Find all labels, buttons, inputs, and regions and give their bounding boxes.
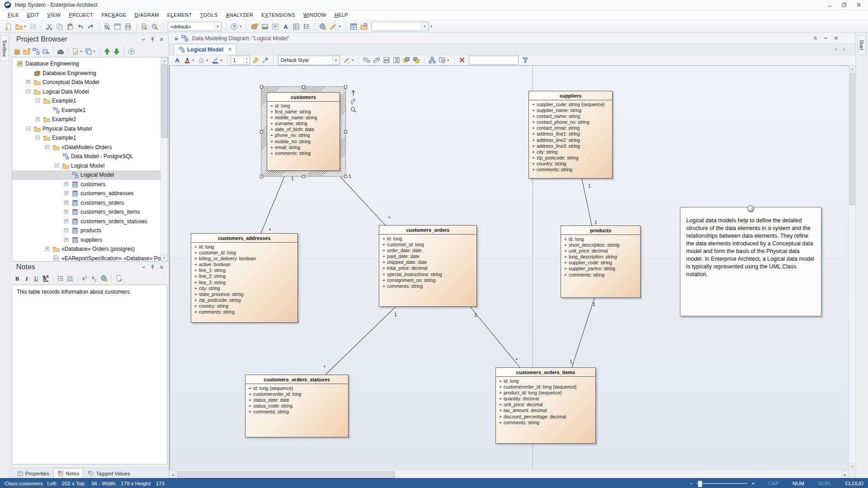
tree-item--datamodel-orders[interactable]: −«DataModel» Orders [12,143,161,152]
menu-package[interactable]: PACKAGE [97,11,130,19]
attribute-row[interactable]: +line_2: string [191,273,297,279]
sub-icon[interactable]: x2 [90,274,99,283]
menu-diagram[interactable]: DIAGRAM [131,11,163,19]
scroll-up-icon[interactable]: ▲ [161,57,168,64]
winpage-icon[interactable] [113,22,123,31]
attribute-row[interactable]: +mobile_no: string [267,139,340,145]
newpkg-icon[interactable] [22,47,31,56]
dropdown-arrow-icon[interactable]: ▼ [80,50,83,53]
attribute-row[interactable]: +long_description: string [561,254,640,260]
attribute-row[interactable]: +id: long [561,236,640,242]
attribute-row[interactable]: +id: long [496,378,595,384]
expand-icon[interactable]: + [64,219,68,223]
zoom-in-button[interactable]: + [751,481,755,486]
expand-icon[interactable]: + [64,201,68,205]
redx-icon[interactable] [458,56,467,65]
scrollbar-thumb[interactable] [177,471,395,478]
olist-icon[interactable]: 123 [66,274,75,283]
docmag-icon[interactable] [140,22,149,31]
menu-element[interactable]: ELEMENT [163,11,196,19]
collapse-up-icon[interactable] [812,35,818,42]
attribute-row[interactable]: +customerorder_id: long [245,391,348,397]
resize-handle[interactable] [302,85,305,89]
entity-customers_orders_statuses[interactable]: customers_orders_statuses+id: long {sequ… [245,375,349,437]
tree-item-example2[interactable]: +Example2 [12,115,161,124]
doclist-icon[interactable] [271,22,280,31]
entity-customers_addresses[interactable]: customers_addresses+id: long+customer_id… [191,233,298,323]
tab-logical-model[interactable]: Logical Model ✕ [174,44,236,55]
arrup-icon[interactable] [103,47,112,56]
attribute-row[interactable]: +unit_price: decimal [561,248,640,254]
finddoc-icon[interactable] [103,22,112,31]
sup-icon[interactable]: x2 [80,274,90,283]
binoc-icon[interactable] [56,47,65,56]
attribute-row[interactable]: +comments: string [496,420,595,426]
attribute-row[interactable]: +paid_date: date [379,253,476,259]
panel-tab-tagged-values[interactable]: Tagged Values [84,469,133,478]
attribute-row[interactable]: +supplier_code: string [561,260,640,266]
resize-handle[interactable] [344,175,347,178]
close-icon[interactable] [158,36,165,43]
attribute-row[interactable]: +first_name: string [267,109,340,115]
pkgnew-icon[interactable] [250,22,259,31]
tab-scroll-left-icon[interactable] [833,47,839,52]
dropdown-arrow-icon[interactable]: ▼ [206,59,209,62]
newelem-icon[interactable] [41,47,50,56]
canvas-vscrollbar[interactable]: ▲ ▼ [849,66,856,470]
connector[interactable] [261,174,286,233]
start-tab[interactable]: Start [858,35,866,55]
tree-item-products[interactable]: +products [12,226,161,235]
listcolor-icon[interactable] [302,22,311,31]
align2-icon[interactable] [372,56,381,65]
entity-suppliers[interactable]: suppliers+supplier_code: string {sequenc… [528,91,613,178]
attribute-row[interactable]: +line_1: string [191,267,297,273]
menu-window[interactable]: WINDOW [299,11,330,19]
attribute-row[interactable]: +quantity: decimal [496,396,595,402]
dropdown-arrow-icon[interactable]: ▼ [351,59,354,62]
tree-item--database-orders-postgres-[interactable]: +«Database» Orders (postgres) [12,244,161,254]
zoom-slider[interactable] [697,483,747,484]
attribute-row[interactable]: +order_date: date [379,248,476,253]
attribute-row[interactable]: +tax_amount: decimal [496,408,595,413]
globe-icon[interactable] [318,22,328,31]
fontA-icon[interactable]: A [173,56,182,65]
search-combo[interactable]: ▼ [371,22,429,31]
copy-icon[interactable] [55,22,65,31]
tree-item-database-engineering[interactable]: Database Engineering [12,69,161,78]
scroll-right-icon[interactable]: ▶ [841,471,849,478]
canvas-hscrollbar[interactable]: ◀ ▶ [169,470,849,478]
stack-icon[interactable] [84,47,93,56]
undo-icon[interactable] [76,22,85,31]
attribute-row[interactable]: +id: long [379,236,476,242]
attribute-row[interactable]: +comments: string [267,150,340,156]
default-combo[interactable]: <default>▼ [168,22,222,31]
menu-tools[interactable]: TOOLS [196,11,222,19]
pencil-icon[interactable] [329,22,338,31]
dropdown-arrow-icon[interactable]: ▼ [24,25,27,28]
combo-arrow-icon[interactable]: ▼ [214,22,221,31]
resize-handle[interactable] [260,175,263,178]
fontcolor-icon[interactable]: A [183,56,192,65]
zoom-out-button[interactable]: − [690,481,693,486]
help-icon[interactable]: ? [127,47,136,56]
underline-icon[interactable]: U [32,274,41,283]
attribute-row[interactable]: +status_code: string [245,403,348,409]
connector[interactable] [338,174,385,225]
attribute-row[interactable]: +zip_postcode: string [529,155,612,161]
dropdown-arrow-icon[interactable]: ▼ [447,59,450,62]
attribute-row[interactable]: +address_line2: string [529,137,612,143]
attribute-row[interactable]: +zip_postcode: string [191,297,297,303]
restore-button[interactable] [837,1,851,9]
tree-item-suppliers[interactable]: +suppliers [12,235,161,245]
attribute-row[interactable]: +line_3: string [191,280,297,286]
expand-icon[interactable]: + [64,210,68,214]
collapse-icon[interactable]: − [26,89,30,94]
menu-view[interactable]: VIEW [43,11,65,19]
paste-icon[interactable] [66,22,75,31]
attribute-row[interactable]: +customer_id: long [379,242,476,248]
menu-project[interactable]: PROJECT [65,11,97,19]
resize-handle[interactable] [302,175,305,178]
dropdown-arrow-icon[interactable]: ▼ [192,59,195,62]
expand-icon[interactable]: + [64,182,68,186]
scrollbar-thumb[interactable] [849,73,856,205]
